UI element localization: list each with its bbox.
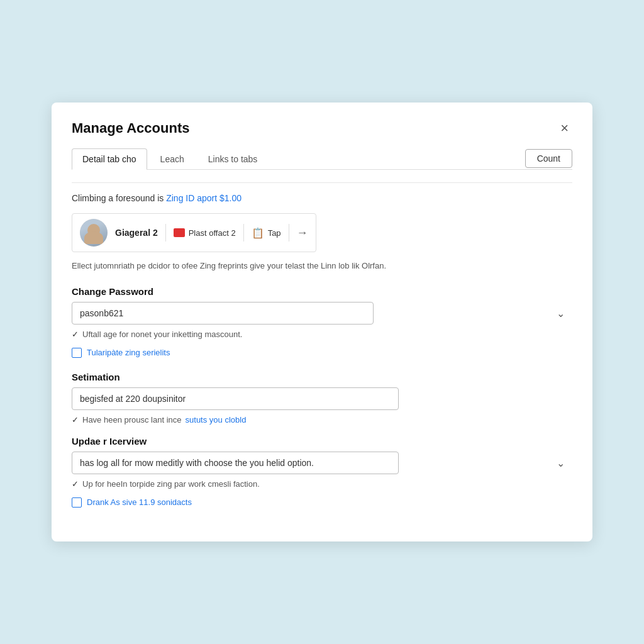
info-link[interactable]: Zing ID aport $1.00: [166, 193, 242, 203]
update-review-checkbox[interactable]: [72, 497, 82, 508]
manage-accounts-modal: Manage Accounts × Detail tab cho Leach L…: [52, 103, 592, 541]
change-password-select[interactable]: pasonb621: [72, 302, 374, 325]
modal-title: Manage Accounts: [72, 120, 189, 136]
setimation-hint-text: Have heen prousc lant ince: [82, 415, 182, 425]
change-password-section: Change Password pasonb621 ⌄ ✓ Uftall age…: [72, 286, 572, 358]
tab-links[interactable]: Links to tabs: [197, 148, 269, 170]
profile-badge2: 📋 Tap: [252, 227, 281, 239]
change-password-hint: ✓ Uftall age for nonet your inketting ma…: [72, 330, 572, 339]
setimation-label: Setimation: [72, 372, 572, 382]
check-icon3: ✓: [72, 479, 79, 489]
modal-header: Manage Accounts ×: [72, 120, 572, 136]
tab-leach[interactable]: Leach: [150, 148, 195, 170]
badge-icon: [174, 228, 185, 237]
badge2-label: Tap: [268, 228, 281, 238]
setimation-input[interactable]: [72, 387, 399, 410]
change-password-select-wrapper: pasonb621 ⌄: [72, 302, 572, 325]
hint-text-label: Uftall age for nonet your inketting masc…: [82, 330, 242, 339]
update-review-checkbox-label: Drank As sive 11.9 sonidacts: [87, 497, 192, 507]
setimation-hint: ✓ Have heen prousc lant ince sututs you …: [72, 415, 572, 425]
update-review-hint-text: Up for heeIn torpide zing par work cmesl…: [82, 479, 260, 489]
avatar: [80, 219, 108, 247]
info-prefix: Climbing a foresound is: [72, 193, 164, 203]
calendar-icon: 📋: [252, 227, 264, 239]
setimation-hint-link[interactable]: sututs you clobld: [186, 415, 247, 425]
user-profile-row: Giageral 2 Plast offact 2 📋 Tap →: [72, 213, 316, 252]
update-review-checkbox-row: Drank As sive 11.9 sonidacts: [72, 497, 572, 508]
count-button[interactable]: Count: [525, 149, 572, 168]
profile-arrow[interactable]: →: [297, 226, 308, 240]
divider: [72, 182, 572, 183]
check-icon2: ✓: [72, 415, 79, 425]
update-review-hint: ✓ Up for heeIn torpide zing par work cme…: [72, 479, 572, 489]
profile-name: Giageral 2: [115, 228, 158, 238]
update-review-select-wrapper: has log all for mow meditly with choose …: [72, 452, 572, 474]
select-arrow-icon: ⌄: [557, 307, 565, 319]
close-button[interactable]: ×: [557, 120, 572, 136]
info-banner: Climbing a foresound is Zing ID aport $1…: [72, 193, 572, 203]
update-review-select[interactable]: has log all for mow meditly with choose …: [72, 452, 399, 474]
profile-divider2: [243, 224, 244, 242]
check-icon: ✓: [72, 330, 79, 339]
description-text: Ellect jutomnriath pe dcidor to ofee Zin…: [72, 260, 572, 272]
change-password-checkbox[interactable]: [72, 348, 82, 358]
profile-divider: [165, 224, 166, 242]
tab-detail[interactable]: Detail tab cho: [72, 148, 147, 170]
avatar-image: [80, 219, 108, 247]
change-password-checkbox-label: Tularipàte zing serielits: [87, 348, 170, 357]
select-arrow-icon2: ⌄: [557, 457, 565, 469]
badge1-label: Plast offact 2: [189, 228, 236, 238]
profile-divider3: [289, 224, 289, 242]
change-password-checkbox-row: Tularipàte zing serielits: [72, 348, 572, 358]
profile-badge1: Plast offact 2: [174, 228, 236, 238]
tab-bar: Detail tab cho Leach Links to tabs Count: [72, 148, 572, 170]
change-password-label: Change Password: [72, 286, 572, 297]
update-review-section: Updae r Icerview has log all for mow med…: [72, 436, 572, 508]
update-review-label: Updae r Icerview: [72, 436, 572, 447]
setimation-section: Setimation ✓ Have heen prousc lant ince …: [72, 372, 572, 425]
